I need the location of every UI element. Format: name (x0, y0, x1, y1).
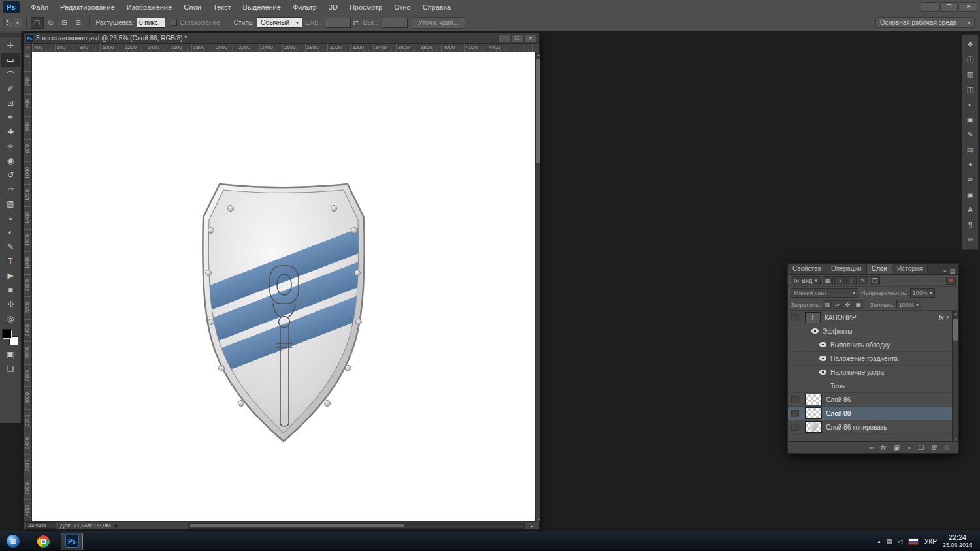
document-titlebar[interactable]: Ps 3-восстановлено.psd @ 23,5% (Слой 88,… (24, 33, 539, 44)
info-panel-icon[interactable]: ⓘ (964, 54, 977, 65)
styles-panel-icon[interactable]: ✦ (964, 159, 977, 170)
type-tool[interactable]: T (1, 254, 20, 268)
masks-panel-icon[interactable]: ▣ (964, 114, 977, 125)
filter-toggle[interactable] (946, 277, 956, 285)
layers-scroll-thumb[interactable] (953, 319, 958, 341)
add-to-selection-icon[interactable]: ⧉ (44, 17, 57, 29)
filter-pixel-layers-icon[interactable]: ▦ (823, 276, 833, 285)
character-panel-icon[interactable]: А (964, 204, 977, 215)
layer-row-5[interactable]: Наложение узора (788, 366, 952, 379)
delete-layer-icon[interactable]: ♲ (943, 444, 949, 451)
expand-panels-icon[interactable]: » (943, 268, 946, 274)
screen-mode-icon[interactable]: ❏ (1, 362, 20, 376)
menu-item-5[interactable]: Текст (207, 0, 237, 14)
layer-row-2[interactable]: Эффекты (788, 324, 952, 338)
shape-tool[interactable]: ■ (1, 283, 20, 297)
menu-item-3[interactable]: Изображение (121, 0, 178, 14)
horizontal-scroll-thumb[interactable] (190, 524, 404, 527)
new-selection-icon[interactable]: ▢ (31, 17, 44, 29)
taskbar-clock[interactable]: 22:24 25.06.2016 (943, 533, 972, 550)
tab-actions[interactable]: Операции (826, 264, 867, 274)
hidden-icons-arrow[interactable]: ▴ (877, 538, 881, 544)
lasso-tool[interactable]: ⌒ (1, 67, 20, 82)
status-options-icon[interactable]: ▶ (115, 523, 119, 529)
menu-item-1[interactable]: Файл (25, 0, 54, 14)
path-selection-tool[interactable]: ▶ (1, 268, 20, 283)
menu-item-6[interactable]: Выделение (237, 0, 287, 14)
history-brush-tool[interactable]: ↺ (1, 168, 20, 182)
scroll-up-icon[interactable]: ▲ (536, 53, 541, 57)
visibility-toggle[interactable] (788, 393, 802, 406)
canvas[interactable] (32, 52, 535, 522)
eraser-tool[interactable]: ▱ (1, 182, 20, 197)
subtract-from-selection-icon[interactable]: ⊟ (58, 17, 71, 29)
histogram-panel-icon[interactable]: ▥ (964, 69, 977, 80)
effects-visibility-toggle[interactable] (811, 328, 819, 334)
paragraph-panel-icon[interactable]: ¶ (964, 219, 977, 230)
new-group-icon[interactable]: ❏ (918, 444, 924, 451)
hand-tool[interactable]: ✣ (1, 297, 20, 311)
menu-item-11[interactable]: Справка (417, 0, 457, 14)
restore-button[interactable]: ❐ (940, 2, 958, 12)
eyedropper-tool[interactable]: ✒ (1, 110, 20, 125)
visibility-toggle[interactable] (788, 324, 802, 338)
vertical-scrollbar[interactable]: ▲ ▼ (535, 52, 540, 522)
effect-visibility-toggle[interactable] (819, 370, 826, 375)
fill-input[interactable]: 100% ▾ (896, 300, 921, 309)
width-input[interactable] (325, 18, 351, 28)
visibility-toggle[interactable] (788, 366, 802, 379)
blend-mode-select[interactable]: Мягкий свет ▾ (791, 288, 858, 298)
intersect-selection-icon[interactable]: ⊞ (72, 17, 85, 29)
refine-edge-button[interactable]: Уточн. край... (412, 17, 465, 29)
filter-type-layers-icon[interactable]: T (846, 276, 857, 285)
tab-layers[interactable]: Слои (867, 264, 892, 274)
layers-scrollbar[interactable]: ▲ ▼ (952, 311, 958, 441)
menu-item-9[interactable]: Просмотр (344, 0, 388, 14)
color-swatches[interactable] (2, 329, 19, 346)
scroll-down-icon[interactable]: ▼ (953, 437, 959, 441)
clone-stamp-tool[interactable]: ◉ (1, 153, 20, 168)
tab-history[interactable]: История (892, 264, 928, 274)
layer-row-7[interactable]: Слой 86 (788, 393, 952, 407)
ruler-origin-corner[interactable]: ⌖ (24, 44, 32, 52)
height-input[interactable] (382, 18, 408, 28)
opacity-input[interactable]: 100% ▾ (910, 288, 935, 298)
zoom-tool[interactable]: ◎ (1, 311, 20, 326)
style-select[interactable]: Обычный ▾ (257, 17, 302, 28)
layer-row-1[interactable]: TКАНОНИРfx▾ (788, 311, 952, 324)
language-flag-icon[interactable] (908, 538, 919, 545)
dodge-tool[interactable]: ◐ (1, 225, 20, 240)
tools-panel-header[interactable] (0, 33, 21, 37)
gradient-tool[interactable]: ▨ (1, 197, 20, 211)
clone-source-panel-icon[interactable]: ◉ (964, 189, 977, 200)
tool-preset-picker[interactable]: ▾ (4, 18, 22, 27)
menu-item-2[interactable]: Редактирование (54, 0, 121, 14)
tab-properties[interactable]: Свойства (788, 264, 826, 274)
photoshop-taskbar-button[interactable]: Ps (61, 533, 83, 550)
display-tray-icon[interactable]: ▤ (887, 538, 892, 544)
layer-styles-icon[interactable]: fx (881, 444, 886, 451)
menu-item-8[interactable]: 3D (323, 0, 344, 14)
layer-row-6[interactable]: Тень (788, 379, 952, 393)
quick-selection-tool[interactable]: ✐ (1, 82, 20, 96)
doc-close-button[interactable]: ✕ (525, 35, 536, 42)
navigator-panel-icon[interactable]: ◫ (964, 84, 977, 95)
workspace-select[interactable]: Основная рабочая среда ▾ (875, 17, 975, 28)
visibility-toggle[interactable] (788, 420, 802, 433)
scroll-right-icon[interactable]: ▶ (531, 524, 534, 528)
chrome-taskbar-button[interactable] (33, 533, 53, 550)
crop-tool[interactable]: ⊡ (1, 96, 20, 110)
panel-menu-icon[interactable]: ▤ (949, 268, 955, 274)
feather-input[interactable]: 0 пикс. (137, 18, 165, 28)
filter-smart-objects-icon[interactable]: ❒ (870, 276, 880, 285)
add-mask-icon[interactable]: ▣ (893, 444, 899, 451)
filter-shape-layers-icon[interactable]: ✎ (858, 276, 868, 285)
doc-restore-button[interactable]: ❐ (512, 35, 523, 42)
start-button[interactable]: ⊞ (6, 534, 20, 548)
visibility-toggle[interactable] (788, 311, 802, 324)
layer-row-8[interactable]: Слой 88 (788, 407, 952, 420)
doc-minimize-button[interactable]: – (498, 35, 510, 42)
notes-panel-icon[interactable]: ✏ (964, 234, 977, 245)
effect-visibility-toggle[interactable] (819, 356, 826, 361)
scroll-up-icon[interactable]: ▲ (953, 311, 959, 315)
